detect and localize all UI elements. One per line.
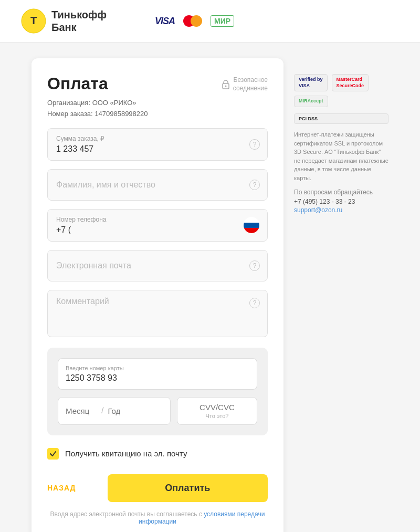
russia-flag-icon[interactable]	[243, 217, 260, 234]
back-button[interactable]: НАЗАД	[47, 484, 76, 492]
svg-rect-7	[244, 223, 259, 228]
checkmark-icon	[49, 450, 57, 457]
phone-field: Номер телефона	[47, 209, 268, 242]
card-bottom-row: / Что это?	[58, 397, 257, 425]
main-content: Оплата Организация: ООО «РИКО» Номер зак…	[0, 43, 420, 532]
contact-phone: +7 (495) 123 - 33 - 23	[294, 198, 388, 205]
email-field[interactable]: Электронная почта ?	[47, 250, 268, 281]
secure-badge: Безопасное соединение	[222, 76, 268, 92]
page-title: Оплата	[47, 74, 148, 93]
security-description: Интернет-платежи защищены сертификатом S…	[294, 130, 388, 182]
receipt-row: Получить квитанцию на эл. почту	[47, 446, 268, 462]
amount-label: Сумма заказа, ₽	[56, 135, 259, 142]
mastercard-brand	[183, 15, 202, 27]
contact-title: По вопросам обращайтесь	[294, 189, 388, 196]
lock-icon	[222, 80, 230, 89]
expiry-slash: /	[101, 406, 103, 415]
action-row: НАЗАД Оплатить	[47, 474, 268, 502]
expiry-field: /	[58, 397, 171, 425]
cvv-input[interactable]	[185, 403, 249, 412]
logo-text: Тинькофф Банк	[51, 8, 107, 34]
org-label: Организация: ООО «РИКО»	[47, 98, 148, 109]
comment-placeholder: Комментарий	[56, 297, 109, 306]
mir-brand: МИР	[211, 15, 234, 27]
card-number-input[interactable]	[66, 373, 249, 383]
pay-button[interactable]: Оплатить	[108, 474, 268, 502]
header: Т Тинькофф Банк VISA МИР	[0, 0, 420, 43]
security-logos: Verified byVISA MasterCardSecureCode MIR…	[294, 74, 388, 107]
comment-help-icon[interactable]: ?	[249, 298, 260, 308]
footer-text: Вводя адрес электронной почты вы соглаша…	[47, 510, 268, 525]
org-info: Организация: ООО «РИКО» Номер заказа: 14…	[47, 98, 148, 120]
order-label: Номер заказа: 14709858998220	[47, 109, 148, 120]
amount-input[interactable]	[56, 144, 259, 154]
mir-accept-badge: MIRAccept	[294, 96, 328, 107]
year-input[interactable]	[108, 406, 139, 415]
visa-brand: VISA	[155, 16, 175, 27]
receipt-label: Получить квитанцию на эл. почту	[65, 449, 187, 458]
logo-area: Т Тинькофф Банк	[21, 8, 107, 34]
cvv-field: Что это?	[177, 397, 257, 425]
card-number-field: Введите номер карты	[58, 358, 257, 390]
fullname-placeholder: Фамилия, имя и отчество	[56, 180, 155, 189]
amount-field: Сумма заказа, ₽ ?	[47, 128, 268, 161]
card-number-label: Введите номер карты	[66, 365, 249, 371]
title-row: Оплата Организация: ООО «РИКО» Номер зак…	[47, 74, 268, 120]
form-card: Оплата Организация: ООО «РИКО» Номер зак…	[32, 58, 284, 532]
pci-badge: PCI DSS	[294, 113, 388, 124]
side-panel: Verified byVISA MasterCardSecureCode MIR…	[294, 58, 388, 532]
verified-visa-badge: Verified byVISA	[294, 74, 328, 91]
mastercard-securecode-badge: MasterCardSecureCode	[332, 74, 369, 91]
phone-input[interactable]	[56, 225, 259, 235]
phone-label: Номер телефона	[56, 216, 259, 223]
cvv-help-text[interactable]: Что это?	[205, 413, 228, 419]
month-input[interactable]	[66, 406, 97, 415]
svg-point-3	[225, 85, 226, 87]
svg-text:Т: Т	[30, 15, 37, 26]
secure-text: Безопасное соединение	[233, 76, 268, 92]
comment-field[interactable]: Комментарий ?	[47, 290, 268, 337]
payment-brands: VISA МИР	[155, 15, 234, 27]
contact-email[interactable]: support@ozon.ru	[294, 206, 388, 214]
fullname-field[interactable]: Фамилия, имя и отчество ?	[47, 169, 268, 201]
amount-help-icon[interactable]: ?	[249, 139, 260, 150]
phone-inner: Номер телефона	[56, 216, 259, 235]
fullname-help-icon[interactable]: ?	[249, 180, 260, 190]
email-placeholder: Электронная почта	[56, 261, 131, 270]
footer-prefix: Вводя адрес электронной почты вы соглаша…	[50, 510, 204, 518]
card-section: Введите номер карты / Что это?	[47, 348, 268, 435]
page-title-area: Оплата Организация: ООО «РИКО» Номер зак…	[47, 74, 148, 120]
tinkoff-logo-icon: Т	[21, 8, 46, 34]
receipt-checkbox[interactable]	[47, 448, 59, 460]
email-help-icon[interactable]: ?	[249, 260, 260, 271]
